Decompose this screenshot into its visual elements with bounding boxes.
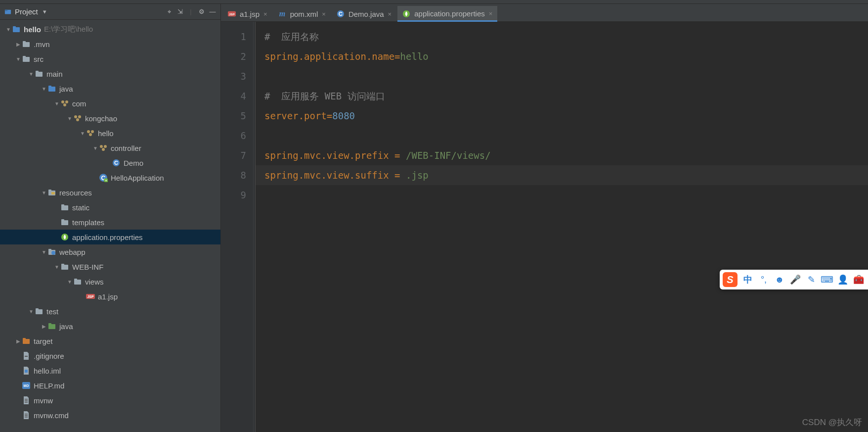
- tree-label: kongchao: [85, 114, 117, 123]
- minimize-icon[interactable]: —: [209, 8, 217, 16]
- tree-item-java[interactable]: ▼ java: [0, 81, 220, 96]
- chevron-down-icon[interactable]: ▼: [28, 309, 35, 314]
- settings-icon[interactable]: ⚙: [198, 8, 206, 16]
- tree-label: controller: [111, 144, 141, 152]
- svg-rect-58: [25, 402, 28, 403]
- tree-item-kongchao[interactable]: ▼ kongchao: [0, 111, 220, 126]
- tree-item-helloiml[interactable]: hello.iml: [0, 363, 220, 378]
- code-editor[interactable]: 1 2 3 4 5 6 7 8 9 # 应用名称 spring.applicat…: [221, 22, 868, 432]
- svg-text:C: C: [339, 11, 343, 17]
- expand-all-icon[interactable]: ⇲: [176, 8, 184, 16]
- close-icon[interactable]: ×: [489, 10, 493, 17]
- line-number: 7: [221, 145, 246, 165]
- tab-a1jsp[interactable]: JSP a1.jsp ×: [223, 5, 272, 21]
- chevron-down-icon[interactable]: ▾: [41, 8, 49, 16]
- sogou-logo-icon[interactable]: S: [723, 272, 738, 287]
- project-icon: [4, 8, 12, 16]
- code-line: [264, 185, 868, 205]
- ime-emoji-icon[interactable]: ☻: [774, 274, 785, 285]
- ime-voice-icon[interactable]: 🎤: [790, 274, 801, 285]
- tree-label: .gitignore: [34, 352, 64, 360]
- line-number: 4: [221, 86, 246, 106]
- close-icon[interactable]: ×: [322, 10, 326, 18]
- tree-item-mvnwcmd[interactable]: mvnw.cmd: [0, 408, 220, 423]
- tree-label: main: [46, 70, 63, 78]
- chevron-down-icon[interactable]: ▼: [79, 131, 86, 136]
- ime-user-icon[interactable]: 👤: [837, 274, 848, 285]
- ime-punct-icon[interactable]: °,: [758, 274, 769, 285]
- folder-icon: [22, 54, 31, 63]
- tree-item-mvnw[interactable]: mvnw: [0, 393, 220, 408]
- code-content[interactable]: # 应用名称 spring.application.name=hello # 应…: [256, 22, 868, 432]
- chevron-down-icon[interactable]: ▼: [28, 71, 35, 77]
- chevron-down-icon[interactable]: ▼: [92, 145, 99, 151]
- chevron-right-icon[interactable]: ▶: [15, 338, 22, 344]
- chevron-down-icon[interactable]: ▼: [5, 27, 12, 32]
- tree-item-application-properties[interactable]: application.properties: [0, 230, 220, 244]
- ime-lang-toggle[interactable]: 中: [742, 274, 753, 285]
- chevron-down-icon[interactable]: ▼: [66, 116, 73, 121]
- tree-item-controller[interactable]: ▼ controller: [0, 141, 220, 155]
- tree-item-main[interactable]: ▼ main: [0, 66, 220, 81]
- tree-item-com[interactable]: ▼ com: [0, 96, 220, 111]
- ime-keyboard-icon[interactable]: ⌨: [822, 274, 832, 285]
- project-view-selector[interactable]: Project ▾: [4, 7, 82, 16]
- tab-label: pom.xml: [290, 10, 318, 18]
- tab-pomxml[interactable]: m pom.xml ×: [273, 5, 331, 21]
- tree-path: E:\学习吧\hello: [44, 25, 93, 34]
- close-icon[interactable]: ×: [263, 10, 267, 18]
- tree-item-webapp[interactable]: ▼ webapp: [0, 244, 220, 259]
- tree-item-test[interactable]: ▼ test: [0, 304, 220, 319]
- code-line: # 应用名称: [264, 27, 868, 47]
- chevron-down-icon[interactable]: ▼: [15, 56, 22, 62]
- tab-demojava[interactable]: C Demo.java ×: [332, 5, 396, 21]
- chevron-down-icon[interactable]: ▼: [41, 249, 47, 255]
- chevron-down-icon[interactable]: ▼: [53, 101, 60, 106]
- chevron-right-icon[interactable]: ▶: [41, 324, 47, 329]
- project-tree[interactable]: ▼ hello E:\学习吧\hello ▶ .mvn ▼ src ▼: [0, 20, 220, 432]
- project-header: Project ▾ ⌖ ⇲ | ⚙ —: [0, 4, 220, 20]
- tree-root-hello[interactable]: ▼ hello E:\学习吧\hello: [0, 22, 220, 37]
- tree-item-test-java[interactable]: ▶ java: [0, 319, 220, 334]
- svg-rect-31: [51, 192, 55, 194]
- line-number: 6: [221, 126, 246, 145]
- ime-toolbar[interactable]: S 中 °, ☻ 🎤 ✎ ⌨ 👤 🧰: [720, 270, 868, 289]
- svg-rect-57: [25, 400, 28, 401]
- svg-point-20: [89, 133, 92, 136]
- svg-rect-60: [25, 415, 28, 416]
- tree-item-a1jsp[interactable]: JSP a1.jsp: [0, 289, 220, 304]
- ime-skin-icon[interactable]: ✎: [806, 274, 817, 285]
- tree-label: views: [85, 278, 104, 286]
- svg-text:C: C: [114, 160, 118, 166]
- tree-item-helpmd[interactable]: MD HELP.md: [0, 378, 220, 393]
- tree-item-views[interactable]: ▼ views: [0, 274, 220, 289]
- tree-item-helloapplication[interactable]: C HelloApplication: [0, 170, 220, 185]
- svg-rect-56: [25, 399, 28, 400]
- chevron-down-icon[interactable]: ▼: [66, 279, 73, 285]
- chevron-down-icon[interactable]: ▼: [53, 264, 60, 270]
- tree-item-demo[interactable]: C Demo: [0, 155, 220, 170]
- tree-item-templates[interactable]: templates: [0, 215, 220, 230]
- tree-label: static: [72, 203, 89, 212]
- chevron-down-icon[interactable]: ▼: [41, 190, 47, 195]
- svg-text:JSP: JSP: [87, 295, 94, 298]
- excluded-folder-icon: [22, 336, 31, 345]
- ime-toolbox-icon[interactable]: 🧰: [853, 274, 864, 285]
- tree-item-static[interactable]: static: [0, 200, 220, 215]
- test-folder-icon: [47, 322, 56, 331]
- tree-item-webinf[interactable]: ▼ WEB-INF: [0, 259, 220, 274]
- tree-item-resources[interactable]: ▼ resources: [0, 185, 220, 200]
- tree-item-hello-pkg[interactable]: ▼ hello: [0, 126, 220, 141]
- spring-boot-class-icon: C: [99, 173, 108, 182]
- tree-item-gitignore[interactable]: .gitignore: [0, 348, 220, 363]
- chevron-right-icon[interactable]: ▶: [15, 42, 22, 47]
- chevron-down-icon[interactable]: ▼: [41, 86, 47, 92]
- svg-rect-38: [48, 249, 51, 251]
- folder-icon: [22, 40, 31, 48]
- close-icon[interactable]: ×: [388, 10, 392, 18]
- tab-application-properties[interactable]: application.properties ×: [397, 6, 497, 22]
- tree-item-mvn[interactable]: ▶ .mvn: [0, 37, 220, 51]
- tree-item-target[interactable]: ▶ target: [0, 334, 220, 348]
- locate-icon[interactable]: ⌖: [165, 8, 173, 16]
- tree-item-src[interactable]: ▼ src: [0, 51, 220, 66]
